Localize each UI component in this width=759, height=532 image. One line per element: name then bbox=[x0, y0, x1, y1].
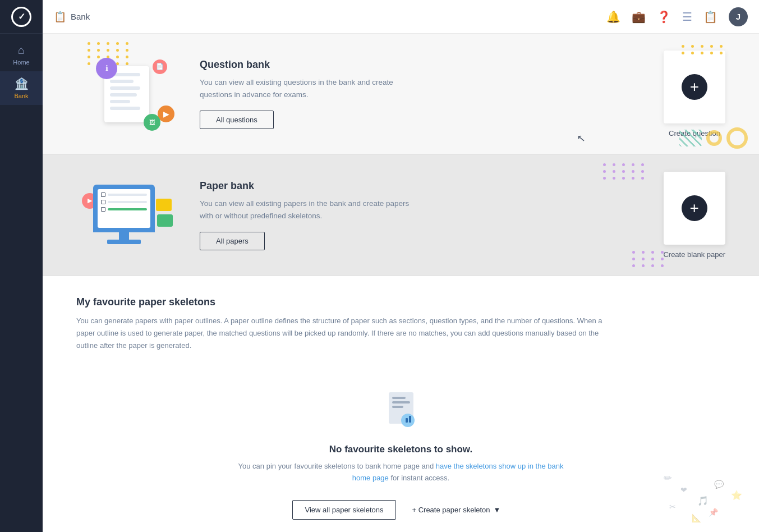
svg-text:⭐: ⭐ bbox=[731, 490, 742, 501]
notifications-icon[interactable]: 🔔 bbox=[606, 10, 620, 24]
pb-checkbox-3 bbox=[101, 207, 105, 212]
content-area: ℹ ▶ 🖼 📄 Question bank You can view all e… bbox=[43, 34, 759, 532]
question-bank-info: Question bank You can view all existing … bbox=[200, 59, 413, 129]
sidebar: ✓ ⌂ Home 🏦 Bank bbox=[0, 0, 43, 532]
skeletons-section: My favourite paper skeletons You can gen… bbox=[43, 276, 759, 532]
sidebar-logo[interactable]: ✓ bbox=[0, 0, 43, 34]
create-skeleton-button[interactable]: + Create paper skeleton ▼ bbox=[403, 501, 509, 519]
logo-circle: ✓ bbox=[11, 7, 31, 27]
sidebar-item-bank[interactable]: 🏦 Bank bbox=[0, 71, 43, 105]
float-green-circle: 🖼 bbox=[144, 114, 160, 131]
avatar-letter: J bbox=[736, 12, 740, 21]
pb-check-line-2 bbox=[108, 201, 147, 203]
pb-checkbox-1 bbox=[101, 192, 105, 197]
help-icon[interactable]: ❓ bbox=[657, 10, 671, 24]
empty-state-actions: View all paper skeletons + Create paper … bbox=[292, 500, 510, 520]
deco-circle-yellow-small bbox=[706, 130, 722, 146]
page-title: Bank bbox=[71, 12, 90, 21]
svg-text:💬: 💬 bbox=[714, 480, 724, 489]
pb-monitor-screen bbox=[93, 185, 155, 232]
svg-text:✂: ✂ bbox=[669, 502, 676, 511]
paper-bank-illustration: ▶ bbox=[76, 176, 177, 255]
dot-grid-purple-bottom bbox=[632, 251, 666, 267]
sidebar-item-bank-label: Bank bbox=[14, 93, 28, 99]
paper-bank-title: Paper bank bbox=[200, 180, 413, 192]
create-skeleton-label: + Create paper skeleton bbox=[412, 506, 490, 514]
svg-text:✏: ✏ bbox=[664, 473, 672, 484]
pb-check-row-2 bbox=[101, 200, 147, 204]
view-skeletons-button[interactable]: View all paper skeletons bbox=[292, 500, 397, 520]
topbar-bank-icon: 📋 bbox=[54, 11, 66, 23]
deco-stripes bbox=[679, 130, 702, 146]
svg-text:📐: 📐 bbox=[692, 513, 702, 523]
svg-text:📌: 📌 bbox=[709, 508, 719, 517]
pb-screen-inner bbox=[98, 189, 150, 228]
svg-rect-3 bbox=[392, 406, 403, 408]
empty-state-desc: You can pin your favourite skeletons to … bbox=[233, 461, 569, 484]
create-question-plus-icon: + bbox=[682, 74, 707, 100]
dot-grid-right-top bbox=[682, 45, 725, 54]
svg-text:❤: ❤ bbox=[680, 485, 687, 494]
sidebar-item-home-label: Home bbox=[13, 59, 29, 66]
float-orange-circle: ▶ bbox=[158, 106, 174, 122]
float-green-icon: 🖼 bbox=[149, 119, 155, 126]
paper-bank-info: Paper bank You can view all existing pap… bbox=[200, 180, 413, 250]
float-yellow-sq bbox=[156, 199, 172, 211]
float-purple-circle: ℹ bbox=[96, 58, 117, 79]
paper-bank-desc: You can view all existing papers in the … bbox=[200, 198, 413, 222]
create-paper-plus-icon: + bbox=[682, 195, 707, 221]
all-papers-button[interactable]: All papers bbox=[200, 232, 265, 250]
question-bank-illustration: ℹ ▶ 🖼 📄 bbox=[76, 55, 177, 134]
paper-bank-section: ▶ bbox=[43, 155, 759, 276]
logo-check-icon: ✓ bbox=[18, 11, 25, 22]
svg-rect-2 bbox=[392, 401, 410, 403]
bank-icon: 🏦 bbox=[15, 77, 29, 90]
home-icon: ⌂ bbox=[18, 44, 25, 57]
clipboard-icon[interactable]: 📋 bbox=[703, 10, 717, 24]
pb-check-row-3 bbox=[101, 207, 147, 212]
dot-grid-purple-top bbox=[603, 163, 647, 180]
svg-rect-6 bbox=[409, 416, 411, 423]
svg-rect-1 bbox=[392, 397, 406, 399]
pb-check-line-3 bbox=[108, 208, 147, 210]
empty-state: No favourite skeletons to show. You can … bbox=[76, 374, 725, 532]
create-paper-area: + Create blank paper bbox=[663, 172, 725, 259]
bottom-deco-right: ✏ ❤ 🎵 💬 ⭐ ✂ 📐 📌 bbox=[658, 465, 759, 532]
float-purple-icon: ℹ bbox=[105, 64, 108, 72]
deco-bottom-right bbox=[679, 127, 748, 149]
all-questions-button[interactable]: All questions bbox=[200, 111, 274, 129]
svg-text:🎵: 🎵 bbox=[697, 496, 709, 506]
create-skeleton-arrow-icon: ▼ bbox=[494, 506, 501, 514]
question-bank-section: ℹ ▶ 🖼 📄 Question bank You can view all e… bbox=[43, 34, 759, 155]
float-orange-icon: ▶ bbox=[163, 109, 169, 118]
deco-circle-yellow-large bbox=[726, 127, 748, 149]
avatar[interactable]: J bbox=[729, 7, 748, 26]
pb-checkbox-2 bbox=[101, 200, 105, 204]
svg-rect-5 bbox=[406, 418, 408, 423]
question-bank-title: Question bank bbox=[200, 59, 413, 71]
skeletons-desc: You can generate papers with paper outli… bbox=[76, 315, 615, 352]
create-paper-label: Create blank paper bbox=[663, 250, 725, 259]
empty-state-link[interactable]: have the skeletons show up in the bank h… bbox=[352, 462, 564, 482]
main-area: 📋 Bank 🔔 💼 ❓ ☰ 📋 J bbox=[43, 0, 759, 532]
question-bank-desc: You can view all existing questions in t… bbox=[200, 76, 413, 100]
topbar-title-area: 📋 Bank bbox=[54, 11, 90, 23]
pb-check-row-1 bbox=[101, 192, 147, 197]
sidebar-nav: ⌂ Home 🏦 Bank bbox=[0, 34, 43, 105]
pb-monitor-base bbox=[107, 240, 141, 244]
cursor-icon: ↖ bbox=[576, 131, 586, 144]
empty-state-title: No favourite skeletons to show. bbox=[329, 444, 472, 455]
sidebar-item-home[interactable]: ⌂ Home bbox=[0, 38, 43, 71]
topbar-actions: 🔔 💼 ❓ ☰ 📋 J bbox=[606, 7, 748, 26]
empty-state-icon bbox=[384, 391, 418, 435]
float-green-sq bbox=[157, 214, 173, 227]
topbar: 📋 Bank 🔔 💼 ❓ ☰ 📋 J bbox=[43, 0, 759, 34]
create-question-area: + Create question bbox=[664, 51, 725, 137]
float-red-circle: 📄 bbox=[153, 59, 167, 74]
list-icon[interactable]: ☰ bbox=[682, 10, 692, 24]
briefcase-icon[interactable]: 💼 bbox=[632, 10, 646, 24]
create-question-card[interactable]: + bbox=[664, 51, 725, 123]
create-paper-card[interactable]: + bbox=[664, 172, 725, 245]
skeletons-title: My favourite paper skeletons bbox=[76, 296, 725, 308]
pb-check-line-1 bbox=[108, 194, 147, 196]
